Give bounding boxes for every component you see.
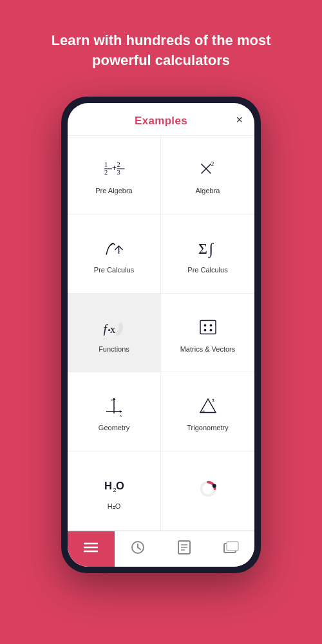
svg-text:Σ: Σ — [198, 240, 207, 257]
modal-title: Examples — [135, 115, 187, 128]
svg-line-37 — [138, 547, 140, 549]
grid-item-pre-algebra[interactable]: 1 2 + 2 3 Pre Algebra — [68, 136, 161, 215]
header-text: Learn with hundreds of the most powerful… — [0, 31, 322, 71]
svg-point-17 — [204, 324, 206, 327]
svg-point-15 — [108, 329, 110, 331]
svg-text:π: π — [212, 397, 214, 403]
bottom-nav — [68, 531, 254, 567]
svg-text:2: 2 — [211, 160, 214, 167]
geometry-label: Geometry — [99, 424, 129, 431]
chemistry-icon: H 2 O — [102, 470, 126, 498]
svg-point-20 — [209, 328, 212, 331]
grid-item-geometry[interactable]: u x Geometry — [68, 372, 161, 451]
matrices-icon — [196, 313, 220, 341]
clock-icon — [131, 540, 145, 558]
geometry-icon: u x — [102, 392, 126, 420]
grid-item-algebra[interactable]: 2 Algebra — [161, 136, 254, 215]
grid-item-trigonometry[interactable]: π Trigonometry — [161, 372, 254, 451]
svg-point-18 — [209, 324, 212, 327]
svg-text:∫: ∫ — [207, 240, 214, 258]
svg-point-31 — [212, 484, 216, 488]
nav-item-history[interactable] — [115, 531, 162, 567]
svg-text:f: f — [104, 322, 109, 336]
functions-label: Functions — [99, 345, 129, 353]
chemistry-label: H₂O — [108, 502, 121, 511]
pre-calculus-2-label: Pre Calculus — [187, 266, 227, 274]
grid-item-matrices[interactable]: Matrics & Vectors — [161, 294, 254, 373]
svg-text:O: O — [116, 480, 124, 491]
pre-algebra-label: Pre Algebra — [95, 187, 132, 194]
svg-text:x: x — [110, 323, 116, 336]
svg-text:2: 2 — [104, 169, 108, 176]
matrices-label: Matrics & Vectors — [180, 345, 236, 353]
trigonometry-label: Trigonometry — [187, 424, 228, 431]
pre-calculus-1-icon — [102, 234, 126, 262]
nav-item-menu[interactable] — [68, 531, 115, 567]
nav-item-notes[interactable] — [161, 531, 208, 567]
svg-rect-43 — [227, 542, 238, 551]
grid-item-functions[interactable]: f x Functions — [68, 294, 161, 373]
svg-text:+: + — [112, 164, 117, 173]
svg-text:u: u — [111, 398, 113, 402]
svg-text:x: x — [120, 413, 122, 417]
grid-item-stats[interactable] — [161, 451, 254, 531]
grid-item-chemistry[interactable]: H 2 O H₂O — [68, 451, 161, 531]
stats-icon — [196, 475, 220, 503]
grid-item-pre-calculus-1[interactable]: Pre Calculus — [68, 214, 161, 294]
algebra-icon: 2 — [196, 155, 220, 183]
pre-calculus-1-label: Pre Calculus — [94, 266, 134, 274]
notes-icon — [178, 540, 191, 558]
grid-item-pre-calculus-2[interactable]: Σ ∫ Pre Calculus — [161, 214, 254, 294]
svg-point-19 — [204, 328, 206, 331]
svg-text:H: H — [104, 480, 112, 491]
trigonometry-icon: π — [196, 392, 220, 420]
nav-item-cards[interactable] — [208, 531, 255, 567]
menu-icon — [84, 542, 98, 556]
pre-algebra-icon: 1 2 + 2 3 — [102, 155, 126, 183]
pre-calculus-2-icon: Σ ∫ — [196, 234, 220, 262]
grid-container: 1 2 + 2 3 Pre Algebra — [68, 135, 254, 531]
phone-wrapper: Examples × 1 2 + 2 3 Pre Alge — [61, 97, 261, 573]
close-button[interactable]: × — [236, 113, 243, 127]
svg-text:2: 2 — [117, 161, 120, 168]
phone-inner: Examples × 1 2 + 2 3 Pre Alge — [68, 103, 254, 567]
svg-text:1: 1 — [104, 161, 108, 168]
modal-header: Examples × — [68, 103, 254, 135]
cards-icon — [223, 541, 239, 557]
algebra-label: Algebra — [196, 187, 220, 194]
functions-icon: f x — [102, 313, 126, 341]
svg-rect-16 — [200, 320, 216, 334]
svg-text:3: 3 — [117, 169, 120, 176]
